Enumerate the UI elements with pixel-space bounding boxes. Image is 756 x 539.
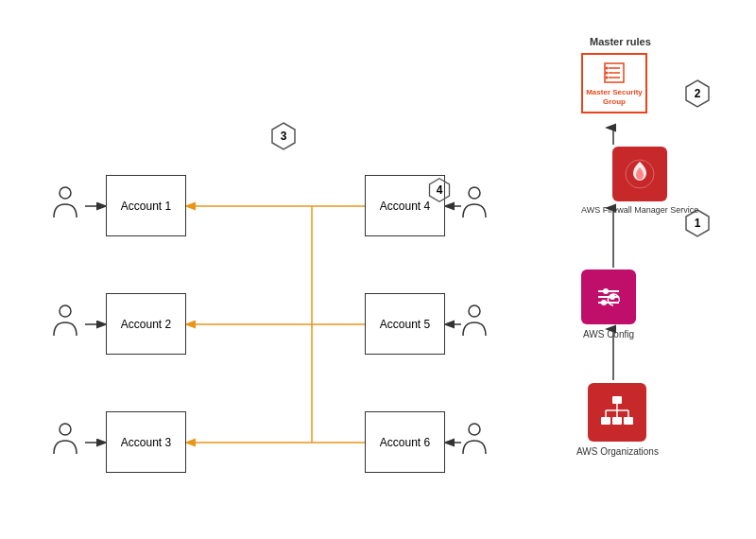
svg-point-27 [606,67,609,70]
person-right-1 [461,185,488,224]
svg-rect-41 [601,417,610,425]
account-box-6: Account 6 [365,411,445,473]
svg-rect-40 [612,396,622,404]
person-left-2 [52,304,78,342]
svg-rect-43 [624,417,633,425]
account-box-1: Account 1 [106,175,186,236]
svg-point-15 [60,424,71,435]
person-right-3 [461,422,488,461]
master-rules-label: Master rules [590,36,651,47]
badge-2: 2 [682,78,713,109]
person-left-3 [52,422,78,461]
svg-point-34 [603,288,609,294]
svg-point-14 [60,305,71,317]
aws-config-service: AWS Config [581,270,636,340]
svg-point-29 [606,77,609,79]
svg-point-18 [469,424,480,435]
badge-3: 3 [268,121,299,151]
person-left-1 [52,185,78,224]
master-sg-box: Master SecurityGroup [581,53,647,113]
diagram-container: Account 1 Account 2 Account 3 Account 4 … [0,0,756,539]
aws-organizations-service: AWS Organizations [576,383,659,458]
svg-point-38 [601,300,607,305]
badge-4: 4 [424,175,455,205]
svg-point-28 [606,72,609,75]
account-box-5: Account 5 [365,293,445,355]
aws-firewall-service: AWS Firewall Manager Service [581,147,698,217]
account-box-3: Account 3 [106,411,186,473]
svg-point-16 [469,187,480,199]
account-box-2: Account 2 [106,293,186,355]
svg-point-13 [60,187,71,199]
person-right-2 [461,304,488,342]
svg-rect-42 [612,417,622,425]
svg-point-17 [469,305,480,317]
